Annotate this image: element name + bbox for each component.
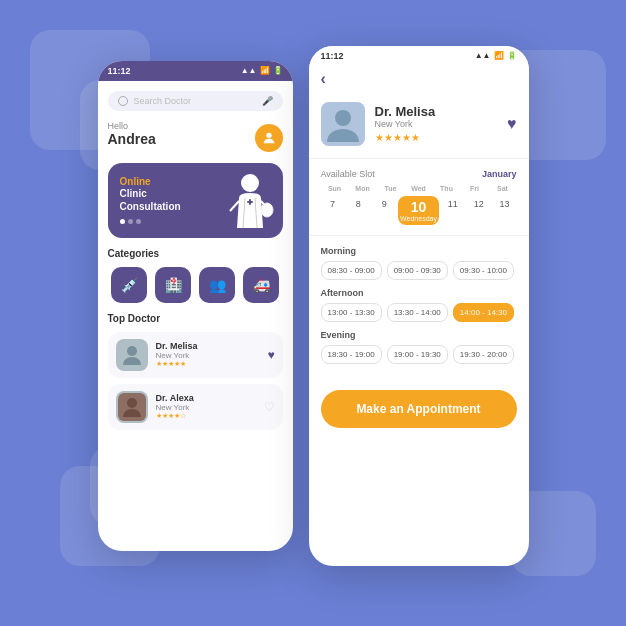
right-status-bar: 11:12 ▲▲ 📶 🔋 — [309, 46, 529, 66]
back-arrow[interactable]: ‹ — [321, 70, 326, 87]
search-placeholder: Search Doctor — [134, 96, 256, 106]
hospital-icon: 🏥 — [165, 277, 182, 293]
svg-point-0 — [266, 132, 271, 137]
day-wed: Wed — [405, 185, 433, 192]
categories-row: 💉 🏥 👥 🚑 — [108, 267, 283, 303]
right-battery-icon: 🔋 — [507, 51, 517, 60]
dot-1 — [120, 219, 125, 224]
left-phone-content: Search Doctor 🎤 Hello Andrea Online — [98, 81, 293, 446]
svg-point-12 — [335, 110, 351, 126]
doctor-stars-melisa: ★★★★★ — [156, 360, 260, 368]
selected-day-number: 10 — [400, 199, 437, 215]
greeting-row: Hello Andrea — [108, 121, 283, 155]
calendar-section: Available Slot January Sun Mon Tue Wed T… — [309, 161, 529, 233]
mic-icon: 🎤 — [262, 96, 273, 106]
doctor-info-melisa: Dr. Melisa New York ★★★★★ — [156, 341, 260, 368]
doctor-name-alexa: Dr. Alexa — [156, 393, 256, 403]
svg-point-1 — [241, 174, 259, 192]
slot-1400-1430[interactable]: 14:00 - 14:30 — [453, 303, 514, 322]
right-phone: 11:12 ▲▲ 📶 🔋 ‹ Dr. Melisa New York — [309, 46, 529, 566]
search-icon — [118, 96, 128, 106]
doctor-name-melisa: Dr. Melisa — [156, 341, 260, 351]
date-7[interactable]: 7 — [321, 196, 345, 225]
wifi-icon: 📶 — [260, 66, 270, 75]
date-11[interactable]: 11 — [441, 196, 465, 225]
signal-icon: ▲▲ — [241, 66, 257, 75]
category-injection[interactable]: 💉 — [111, 267, 147, 303]
heart-empty-icon[interactable]: ♡ — [264, 400, 275, 414]
date-9[interactable]: 9 — [372, 196, 396, 225]
evening-slots: 18:30 - 19:00 19:00 - 19:30 19:30 - 20:0… — [321, 345, 517, 364]
doctor-svg — [225, 173, 275, 238]
svg-rect-3 — [249, 199, 251, 205]
doctor-location-alexa: New York — [156, 403, 256, 412]
calendar-days-header: Sun Mon Tue Wed Thu Fri Sat — [321, 185, 517, 192]
svg-line-4 — [230, 201, 239, 211]
date-8[interactable]: 8 — [346, 196, 370, 225]
afternoon-slots: 13:00 - 13:30 13:30 - 14:00 14:00 - 14:3… — [321, 303, 517, 322]
greeting: Hello Andrea — [108, 121, 156, 147]
selected-day-name: Wednesday — [400, 215, 437, 222]
slot-1300-1330[interactable]: 13:00 - 13:30 — [321, 303, 382, 322]
calendar-dates: 7 8 9 10 Wednesday 11 12 13 — [321, 196, 517, 225]
category-group[interactable]: 👥 — [199, 267, 235, 303]
morning-label: Morning — [321, 246, 517, 256]
left-status-bar: 11:12 ▲▲ 📶 🔋 — [98, 61, 293, 81]
doctor-card-melisa[interactable]: Dr. Melisa New York ★★★★★ ♥ — [108, 332, 283, 378]
date-10-selected[interactable]: 10 Wednesday — [398, 196, 439, 225]
dot-3 — [136, 219, 141, 224]
category-hospital[interactable]: 🏥 — [155, 267, 191, 303]
doctor-card-alexa[interactable]: Dr. Alexa New York ★★★★☆ ♡ — [108, 384, 283, 430]
slot-0830-0900[interactable]: 08:30 - 09:00 — [321, 261, 382, 280]
search-bar[interactable]: Search Doctor 🎤 — [108, 91, 283, 111]
appointment-button[interactable]: Make an Appointment — [321, 390, 517, 428]
heart-filled-icon[interactable]: ♥ — [267, 348, 274, 362]
injection-icon: 💉 — [121, 277, 138, 293]
left-phone: 11:12 ▲▲ 📶 🔋 Search Doctor 🎤 Hello Andre… — [98, 61, 293, 551]
slot-1930-2000[interactable]: 19:30 - 20:00 — [453, 345, 514, 364]
slot-0930-1000[interactable]: 09:30 - 10:00 — [453, 261, 514, 280]
battery-icon: 🔋 — [273, 66, 283, 75]
calendar-header: Available Slot January — [321, 169, 517, 179]
promo-banner: Online Clinic Consultation — [108, 163, 283, 238]
profile-avatar-svg — [321, 102, 365, 146]
top-doctor-title: Top Doctor — [108, 313, 283, 324]
day-fri: Fri — [461, 185, 489, 192]
melisa-avatar-svg — [118, 341, 146, 369]
day-mon: Mon — [349, 185, 377, 192]
doctor-profile-info: Dr. Melisa New York ★★★★★ — [375, 104, 498, 143]
svg-point-6 — [261, 203, 273, 217]
group-icon: 👥 — [209, 277, 226, 293]
evening-label: Evening — [321, 330, 517, 340]
slot-1330-1400[interactable]: 13:30 - 14:00 — [387, 303, 448, 322]
slot-1830-1900[interactable]: 18:30 - 19:00 — [321, 345, 382, 364]
back-nav: ‹ — [309, 66, 529, 92]
svg-point-8 — [127, 346, 137, 356]
slot-1900-1930[interactable]: 19:00 - 19:30 — [387, 345, 448, 364]
hello-text: Hello — [108, 121, 156, 131]
date-13[interactable]: 13 — [493, 196, 517, 225]
date-12[interactable]: 12 — [467, 196, 491, 225]
left-status-time: 11:12 — [108, 66, 131, 76]
doctor-profile-avatar — [321, 102, 365, 146]
right-wifi-icon: 📶 — [494, 51, 504, 60]
slot-0900-0930[interactable]: 09:00 - 09:30 — [387, 261, 448, 280]
day-tue: Tue — [377, 185, 405, 192]
doctor-profile-location: New York — [375, 119, 498, 129]
doctor-profile-name: Dr. Melisa — [375, 104, 498, 119]
categories-title: Categories — [108, 248, 283, 259]
right-status-icons: ▲▲ 📶 🔋 — [475, 51, 517, 60]
right-status-time: 11:12 — [321, 51, 344, 61]
avatar — [255, 124, 283, 152]
category-ambulance[interactable]: 🚑 — [243, 267, 279, 303]
timeslot-section: Morning 08:30 - 09:00 09:00 - 09:30 09:3… — [309, 238, 529, 380]
screens-container: 11:12 ▲▲ 📶 🔋 Search Doctor 🎤 Hello Andre… — [98, 61, 529, 566]
doctor-stars-alexa: ★★★★☆ — [156, 412, 256, 420]
day-sun: Sun — [321, 185, 349, 192]
user-name: Andrea — [108, 131, 156, 147]
profile-heart-icon[interactable]: ♥ — [507, 115, 517, 133]
avatar-icon — [261, 130, 277, 146]
doctor-info-alexa: Dr. Alexa New York ★★★★☆ — [156, 393, 256, 420]
svg-point-10 — [127, 398, 137, 408]
afternoon-label: Afternoon — [321, 288, 517, 298]
